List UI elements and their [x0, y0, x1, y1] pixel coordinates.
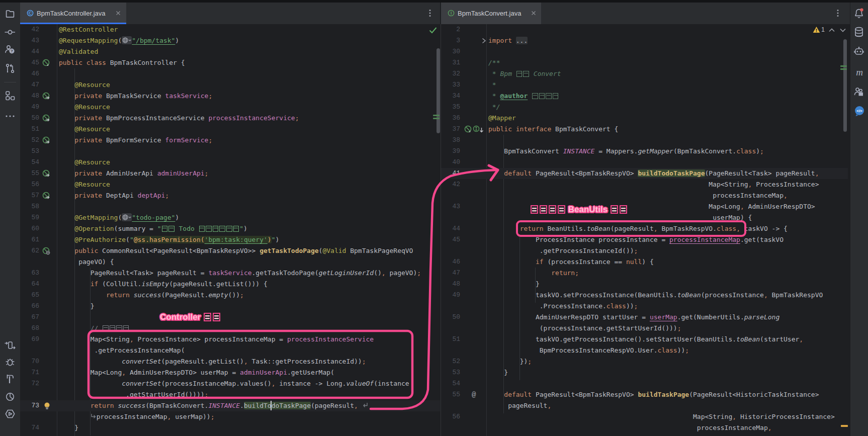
svg-text:I: I [451, 10, 452, 16]
svg-text:?: ? [11, 49, 13, 53]
svg-text:</>: </> [856, 109, 862, 113]
svg-text:C: C [29, 10, 32, 16]
